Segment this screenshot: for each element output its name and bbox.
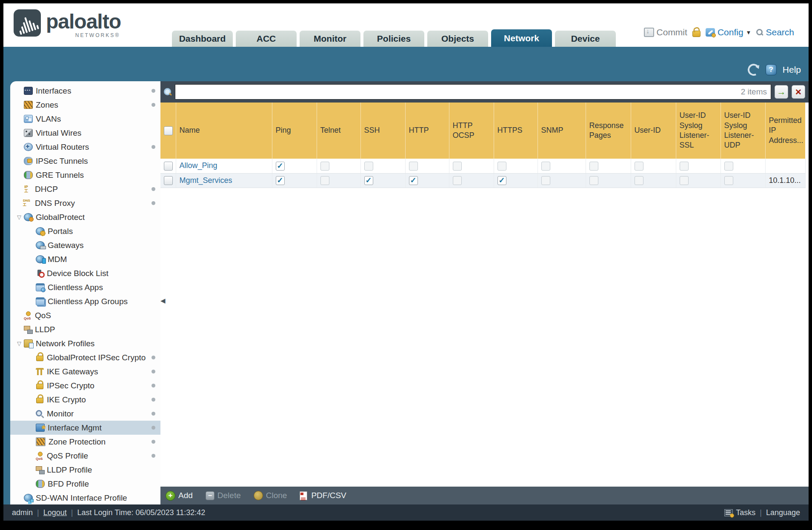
sidebar-item-gre-tunnels[interactable]: GRE Tunnels [10, 168, 160, 182]
sidebar-item-interface-mgmt[interactable]: Interface Mgmt [10, 421, 160, 435]
expander-icon[interactable]: ▽ [14, 214, 24, 220]
column-header-ssh[interactable]: SSH [360, 103, 405, 159]
status-dot [152, 440, 155, 444]
help-label[interactable]: Help [783, 65, 801, 75]
tab-device[interactable]: Device [555, 31, 616, 47]
lock-icon[interactable] [692, 31, 700, 37]
help-icon[interactable]: ? [766, 64, 777, 75]
language-link[interactable]: Language [766, 508, 800, 517]
column-header-permitted-ip-address[interactable]: Permitted IP Address... [765, 103, 805, 159]
sidebar-item-mdm[interactable]: MDM [10, 252, 160, 266]
refresh-icon[interactable] [746, 62, 761, 77]
sidebar-item-ipsec-crypto[interactable]: IPSec Crypto [10, 379, 160, 393]
tab-policies[interactable]: Policies [363, 31, 424, 47]
global-search-button[interactable]: Search [756, 27, 794, 37]
column-header-http[interactable]: HTTP [405, 103, 449, 159]
sidebar-item-label: BFD Profile [48, 479, 89, 489]
add-button[interactable]: + Add [166, 491, 193, 501]
column-header-name[interactable]: Name [176, 103, 272, 159]
unchecked-icon [635, 162, 643, 171]
sidebar-item-qos[interactable]: QoS [10, 308, 160, 322]
sidebar-item-label: GlobalProtect IPSec Crypto [47, 353, 146, 362]
table-row: Mgmt_Services10.1.10... [160, 173, 805, 188]
sidebar-item-dhcp[interactable]: DHCP [10, 182, 160, 196]
column-header-user-id[interactable]: User-ID [631, 103, 676, 159]
interface-mgmt-table: NamePingTelnetSSHHTTPHTTP OCSPHTTPSSNMPR… [160, 103, 806, 188]
sidebar-item-lldp-profile[interactable]: LLDP Profile [10, 463, 160, 477]
qos-profile-icon [36, 452, 44, 459]
sidebar-item-vlans[interactable]: VLANs [10, 112, 160, 126]
sidebar-item-virtual-wires[interactable]: Virtual Wires [10, 126, 160, 140]
config-menu-button[interactable]: Config ▼ [706, 27, 752, 37]
sidebar-item-zones[interactable]: Zones [10, 98, 160, 112]
column-header-telnet[interactable]: Telnet [317, 103, 360, 159]
sidebar-item-clientless-apps[interactable]: Clientless Apps [10, 280, 160, 294]
column-header-snmp[interactable]: SNMP [538, 103, 586, 159]
sidebar-item-globalprotect-ipsec-crypto[interactable]: GlobalProtect IPSec Crypto [10, 350, 160, 365]
sidebar-item-virtual-routers[interactable]: Virtual Routers [10, 140, 160, 154]
dhcp-icon [24, 185, 32, 193]
column-header-response-pages[interactable]: Response Pages [586, 103, 631, 159]
tab-dashboard[interactable]: Dashboard [172, 31, 233, 47]
ike-gateways-icon [36, 368, 44, 375]
globalprotect-icon [24, 213, 33, 221]
column-header-ping[interactable]: Ping [272, 103, 317, 159]
clear-filter-button[interactable]: ✕ [792, 85, 805, 99]
sidebar-item-bfd-profile[interactable]: BFD Profile [10, 477, 160, 491]
select-all-checkbox[interactable] [164, 126, 173, 135]
clone-button[interactable]: Clone [254, 491, 287, 500]
status-dot [152, 201, 155, 205]
sidebar-item-label: Gateways [48, 241, 83, 250]
sidebar-item-dns-proxy[interactable]: DNS Proxy [10, 196, 160, 210]
sidebar-item-lldp[interactable]: LLDP [10, 322, 160, 336]
tab-monitor[interactable]: Monitor [300, 31, 360, 47]
unchecked-icon [724, 162, 733, 171]
sidebar-collapse-icon[interactable]: ◀ [160, 297, 166, 305]
sidebar-item-monitor[interactable]: Monitor [10, 407, 160, 421]
sidebar-item-ike-crypto[interactable]: IKE Crypto [10, 393, 160, 407]
sidebar-item-clientless-app-groups[interactable]: Clientless App Groups [10, 294, 160, 308]
delete-button[interactable]: − Delete [206, 491, 241, 500]
column-header-http-ocsp[interactable]: HTTP OCSP [449, 103, 494, 159]
sidebar-tree: InterfacesZonesVLANsVirtual WiresVirtual… [10, 84, 160, 504]
column-header-https[interactable]: HTTPS [494, 103, 538, 159]
tab-objects[interactable]: Objects [427, 31, 488, 47]
sidebar-item-portals[interactable]: Portals [10, 224, 160, 238]
sidebar-item-ipsec-tunnels[interactable]: IPSec Tunnels [10, 154, 160, 168]
sidebar-item-sd-wan-interface-profile[interactable]: SD-WAN Interface Profile [10, 491, 160, 504]
table-header-row: NamePingTelnetSSHHTTPHTTP OCSPHTTPSSNMPR… [160, 103, 805, 159]
sidebar-item-globalprotect[interactable]: ▽GlobalProtect [10, 210, 160, 224]
sidebar-item-zone-protection[interactable]: Zone Protection [10, 435, 160, 449]
interface-mgmt-icon [36, 424, 45, 432]
service-cell-ssh [360, 173, 405, 188]
tab-acc[interactable]: ACC [236, 31, 297, 47]
profile-name-link[interactable]: Allow_Ping [180, 161, 217, 170]
sidebar-item-gateways[interactable]: Gateways [10, 238, 160, 252]
row-checkbox[interactable] [164, 162, 173, 171]
filter-input[interactable] [175, 84, 771, 100]
sidebar-item-device-block-list[interactable]: Device Block List [10, 266, 160, 280]
sidebar-item-ike-gateways[interactable]: IKE Gateways [10, 365, 160, 379]
service-cell-ping [272, 159, 317, 173]
expander-icon[interactable]: ▽ [14, 340, 24, 347]
tab-network[interactable]: Network [491, 29, 552, 47]
sidebar-item-network-profiles[interactable]: ▽Network Profiles [10, 336, 160, 350]
column-header-user-id-syslog-listener-ssl[interactable]: User-ID Syslog Listener-SSL [676, 103, 721, 159]
pdf-csv-button[interactable]: PDF/CSV [300, 491, 346, 500]
search-icon [756, 29, 763, 36]
sidebar-item-label: Zone Protection [49, 437, 106, 447]
commit-button[interactable]: Commit [644, 27, 687, 37]
tasks-icon[interactable] [724, 509, 733, 516]
sidebar-item-qos-profile[interactable]: QoS Profile [10, 449, 160, 463]
column-header-user-id-syslog-listener-udp[interactable]: User-ID Syslog Listener-UDP [721, 103, 765, 159]
config-icon [706, 28, 715, 37]
service-cell-snmp [538, 159, 586, 173]
row-checkbox[interactable] [164, 176, 173, 185]
tasks-link[interactable]: Tasks [736, 508, 755, 517]
sidebar-item-interfaces[interactable]: Interfaces [10, 84, 160, 98]
apply-filter-button[interactable]: → [775, 85, 788, 99]
unchecked-icon [453, 162, 462, 171]
profile-name-link[interactable]: Mgmt_Services [180, 176, 232, 185]
status-dot [152, 370, 155, 373]
logout-link[interactable]: Logout [43, 508, 67, 517]
